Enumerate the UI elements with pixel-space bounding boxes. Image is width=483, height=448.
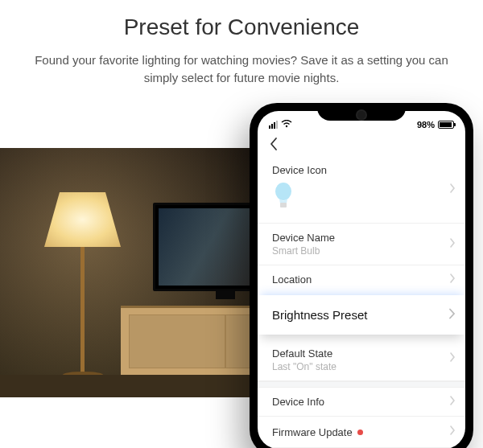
row-brightness-preset[interactable]: Brightness Preset [258,295,465,335]
row-device-info[interactable]: Device Info [258,388,465,417]
chevron-right-icon [449,183,456,197]
hero-subtitle: Found your favorite lighting for watchin… [32,51,451,87]
signal-icon [269,121,278,129]
phone-notch [317,103,406,121]
svg-point-0 [286,125,287,127]
hero-title: Preset for Convenience [0,14,483,40]
row-label: Device Info [272,396,452,408]
chevron-right-icon [449,395,456,409]
row-label: Brightness Preset [272,308,452,322]
svg-point-1 [275,183,291,200]
row-label: Default State [272,347,452,360]
svg-rect-2 [280,203,287,208]
battery-percent: 98% [417,120,435,129]
section-divider [258,381,465,388]
row-default-state[interactable]: Default State Last "On" state [258,336,465,381]
row-label: Firmware Update [272,426,353,438]
chevron-right-icon [449,425,456,439]
phone-screen: 98% Device Icon [258,111,465,448]
bulb-icon [272,181,452,213]
row-location[interactable]: Location [258,265,465,294]
row-device-icon[interactable]: Device Icon [258,156,465,224]
chevron-left-icon [269,137,279,151]
row-label: Device Icon [272,164,452,176]
phone-mockup: 98% Device Icon [250,103,473,448]
chevron-right-icon [448,307,456,323]
chevron-right-icon [449,237,456,252]
chevron-right-icon [449,273,456,287]
chevron-right-icon [449,351,456,366]
row-label: Device Name [272,232,452,244]
update-badge-icon [357,430,363,435]
battery-icon [438,121,454,129]
row-label: Location [272,273,452,286]
row-value: Smart Bulb [272,245,452,257]
back-button[interactable] [258,135,465,151]
wifi-icon [281,119,292,130]
row-device-name[interactable]: Device Name Smart Bulb [258,224,465,265]
settings-list: Device Icon Device Name Smart Bulb [258,151,465,448]
row-firmware-update[interactable]: Firmware Update [258,417,465,448]
row-value: Last "On" state [272,361,452,372]
